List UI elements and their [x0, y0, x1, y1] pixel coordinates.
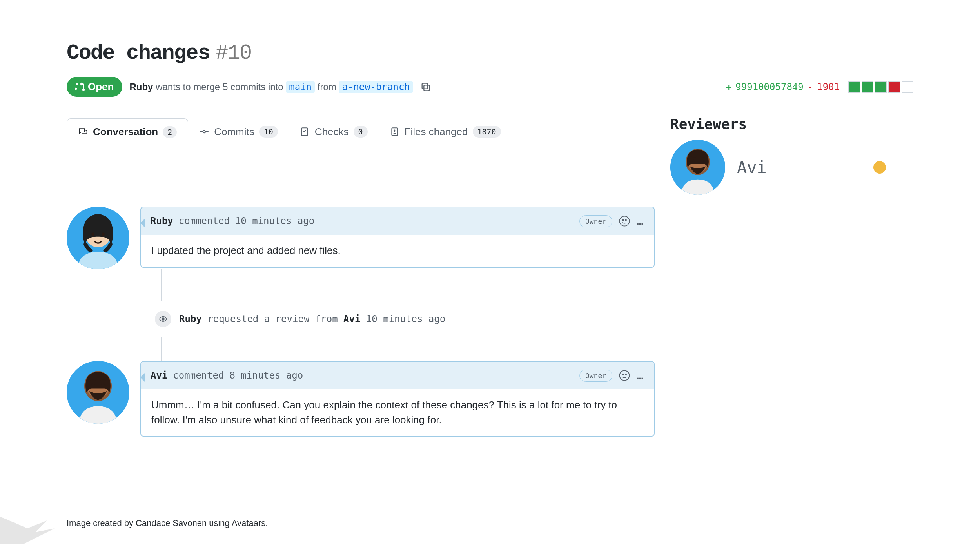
reviewers-sidebar: Reviewers Avi [670, 118, 886, 195]
svg-point-17 [91, 232, 94, 236]
reviewer-row[interactable]: Avi [670, 140, 886, 195]
timeline-event-review-request: Ruby requested a review from Avi 10 minu… [67, 301, 655, 337]
comment-author[interactable]: Ruby [151, 216, 173, 227]
svg-point-29 [622, 374, 624, 375]
copy-icon[interactable] [420, 82, 431, 92]
comment-avi: Avi commented 8 minutes ago Owner … Ummm… [67, 361, 655, 437]
base-branch-badge[interactable]: main [286, 81, 315, 93]
svg-point-27 [102, 383, 105, 386]
tab-conversation[interactable]: Conversation 2 [67, 118, 188, 145]
file-diff-icon [390, 127, 400, 137]
svg-point-22 [162, 318, 164, 320]
comment-box: Avi commented 8 minutes ago Owner … Ummm… [140, 361, 655, 437]
svg-point-30 [626, 374, 627, 375]
head-branch-badge[interactable]: a-new-branch [339, 81, 413, 93]
comment-discussion-icon [78, 127, 88, 137]
comment-header: Ruby commented 10 minutes ago Owner … [141, 207, 654, 235]
comment-header: Avi commented 8 minutes ago Owner … [141, 362, 654, 389]
comment-author[interactable]: Avi [151, 370, 167, 381]
event-target[interactable]: Avi [343, 314, 360, 325]
deletions-count: 1901 [817, 82, 840, 92]
svg-point-2 [203, 131, 206, 133]
additions-count: 999100057849 [735, 82, 803, 92]
pr-title: Code changes #10 [67, 39, 913, 65]
avatar-ruby [67, 207, 129, 269]
tabs-row: Conversation 2 Commits 10 Checks 0 Files… [67, 118, 913, 195]
svg-point-18 [102, 232, 105, 236]
svg-point-28 [620, 371, 630, 381]
status-pill-label: Open [88, 81, 114, 93]
reviewer-name: Avi [737, 158, 767, 177]
tabnav: Conversation 2 Commits 10 Checks 0 Files… [67, 118, 655, 145]
tab-commits[interactable]: Commits 10 [188, 118, 289, 145]
comment-body: I updated the project and added new file… [141, 235, 654, 267]
diffstat-boxes [848, 81, 913, 93]
comment-box: Ruby commented 10 minutes ago Owner … I … [140, 207, 655, 268]
status-pill-open: Open [67, 77, 122, 97]
svg-point-14 [701, 160, 704, 162]
svg-point-13 [692, 160, 695, 162]
tab-checks[interactable]: Checks 0 [289, 118, 379, 145]
status-row: Open Ruby wants to merge 5 commits into … [67, 77, 913, 97]
corner-decoration [0, 505, 55, 544]
add-reaction-icon[interactable] [618, 369, 631, 382]
pr-title-text: Code changes [67, 41, 210, 65]
merge-description: Ruby wants to merge 5 commits into main … [129, 82, 413, 92]
event-time[interactable]: 10 minutes ago [366, 314, 445, 325]
owner-badge: Owner [579, 215, 612, 227]
review-pending-icon [873, 161, 886, 174]
avatar-avi [670, 140, 725, 195]
kebab-icon[interactable]: … [637, 215, 644, 228]
image-credit: Image created by Candace Savonen using A… [67, 518, 268, 528]
comment-body: Ummm… I'm a bit confused. Can you explai… [141, 389, 654, 436]
svg-point-26 [91, 383, 94, 386]
checklist-icon [300, 127, 310, 137]
comment-ruby: Ruby commented 10 minutes ago Owner … I … [67, 207, 655, 269]
tab-files[interactable]: Files changed 1870 [379, 118, 512, 145]
svg-point-19 [620, 216, 630, 226]
merge-author[interactable]: Ruby [129, 82, 153, 92]
git-pull-request-icon [75, 82, 85, 92]
owner-badge: Owner [579, 370, 612, 382]
reviewers-heading: Reviewers [670, 116, 886, 132]
timeline: Ruby commented 10 minutes ago Owner … I … [67, 195, 655, 437]
svg-point-20 [622, 219, 624, 221]
diffstat: + 999100057849 - 1901 [726, 81, 913, 93]
git-commit-icon [199, 127, 209, 137]
comment-time[interactable]: 10 minutes ago [235, 216, 314, 227]
pr-number: #10 [216, 41, 251, 65]
add-reaction-icon[interactable] [618, 214, 631, 228]
kebab-icon[interactable]: … [637, 369, 644, 382]
svg-point-21 [626, 219, 627, 221]
avatar-avi-2 [67, 361, 129, 424]
svg-rect-1 [422, 83, 427, 89]
svg-rect-0 [424, 85, 429, 91]
event-actor[interactable]: Ruby [179, 314, 202, 325]
eye-icon [155, 311, 171, 327]
comment-time[interactable]: 8 minutes ago [229, 370, 303, 381]
